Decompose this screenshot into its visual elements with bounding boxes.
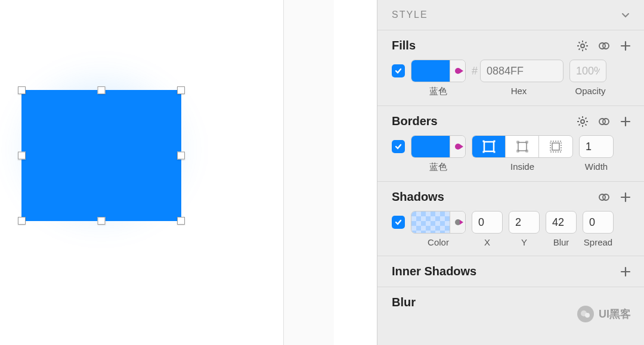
hex-prefix: #: [472, 65, 478, 77]
resize-handle-bottom-right[interactable]: [177, 217, 185, 225]
opacity-input[interactable]: [569, 60, 606, 82]
resize-handle-mid-right[interactable]: [177, 152, 185, 160]
resize-handle-mid-left[interactable]: [18, 152, 26, 160]
svg-point-19: [603, 194, 609, 200]
color-picker-icon[interactable]: [450, 60, 465, 82]
canvas-area[interactable]: [0, 0, 283, 345]
resize-handle-top-mid[interactable]: [98, 86, 106, 94]
color-picker-icon[interactable]: [450, 136, 465, 157]
blend-icon[interactable]: [597, 115, 611, 128]
resize-handle-bottom-mid[interactable]: [98, 217, 106, 225]
shadow-y-label: Y: [509, 237, 540, 247]
hex-label: Hex: [472, 86, 566, 96]
fills-title: Fills: [392, 39, 416, 52]
shadow-blur-label: Blur: [546, 237, 577, 247]
svg-rect-17: [552, 143, 559, 150]
opacity-label: Opacity: [572, 86, 609, 96]
svg-rect-10: [494, 151, 495, 153]
watermark: UI黑客: [577, 306, 631, 322]
plus-icon[interactable]: [619, 39, 632, 52]
fills-color-swatch[interactable]: [411, 60, 466, 82]
svg-rect-7: [483, 141, 484, 142]
borders-swatch-label: 蓝色: [411, 161, 466, 173]
rectangle-shape[interactable]: [21, 90, 181, 221]
shadows-section: Shadows Colo: [377, 182, 644, 256]
border-outside-button[interactable]: [539, 136, 572, 157]
blend-icon[interactable]: [597, 39, 611, 52]
style-header[interactable]: STYLE: [377, 0, 644, 30]
borders-checkbox[interactable]: [392, 140, 405, 153]
resize-handle-top-right[interactable]: [177, 86, 185, 94]
fills-checkbox[interactable]: [392, 64, 405, 77]
chevron-down-icon[interactable]: [619, 8, 632, 21]
shadow-y-input[interactable]: [509, 211, 540, 234]
gear-icon[interactable]: [576, 39, 589, 52]
svg-point-5: [603, 119, 609, 125]
resize-handle-bottom-left[interactable]: [18, 217, 26, 225]
borders-color-swatch[interactable]: [411, 135, 466, 158]
gear-icon[interactable]: [576, 115, 589, 128]
borders-title: Borders: [392, 114, 438, 128]
plus-icon[interactable]: [619, 191, 632, 204]
plus-icon[interactable]: [619, 265, 632, 278]
svg-point-0: [581, 44, 584, 48]
wechat-icon: [577, 306, 594, 322]
secondary-column: [284, 0, 334, 345]
inner-shadows-section: Inner Shadows: [377, 256, 644, 287]
borders-section: Borders: [377, 106, 644, 182]
selected-rectangle[interactable]: [18, 86, 185, 225]
border-position-label: Inside: [472, 161, 573, 172]
shadows-checkbox[interactable]: [392, 216, 405, 229]
svg-rect-11: [518, 142, 527, 151]
svg-point-2: [603, 43, 609, 49]
svg-rect-8: [494, 141, 495, 142]
svg-rect-9: [483, 151, 484, 153]
inspector-panel: STYLE Fills: [377, 0, 644, 345]
watermark-text: UI黑客: [599, 307, 631, 321]
shadow-x-input[interactable]: [472, 211, 503, 234]
border-width-input[interactable]: [579, 135, 614, 158]
svg-point-21: [585, 313, 590, 318]
style-header-label: STYLE: [392, 10, 428, 20]
border-position-segment: [472, 135, 573, 158]
hex-input[interactable]: [480, 60, 564, 82]
shadow-color-label: Color: [411, 237, 466, 247]
svg-rect-6: [484, 142, 494, 151]
shadow-spread-input[interactable]: [583, 211, 614, 234]
border-center-button[interactable]: [506, 136, 539, 157]
shadows-color-swatch[interactable]: [411, 211, 466, 234]
color-picker-icon[interactable]: [450, 212, 465, 233]
inner-shadows-title: Inner Shadows: [392, 265, 476, 278]
svg-point-3: [581, 120, 584, 123]
shadow-spread-label: Spread: [583, 237, 614, 247]
shadow-x-label: X: [472, 237, 503, 247]
border-width-label: Width: [579, 161, 614, 172]
resize-handle-top-left[interactable]: [18, 86, 26, 94]
border-inside-button[interactable]: [472, 136, 506, 157]
shadow-blur-input[interactable]: [546, 211, 577, 234]
blend-icon[interactable]: [597, 191, 611, 204]
blur-title: Blur: [392, 296, 416, 309]
fills-swatch-label: 蓝色: [411, 86, 466, 97]
plus-icon[interactable]: [619, 115, 632, 128]
shadows-title: Shadows: [392, 190, 444, 204]
fills-section: Fills #: [377, 30, 644, 106]
